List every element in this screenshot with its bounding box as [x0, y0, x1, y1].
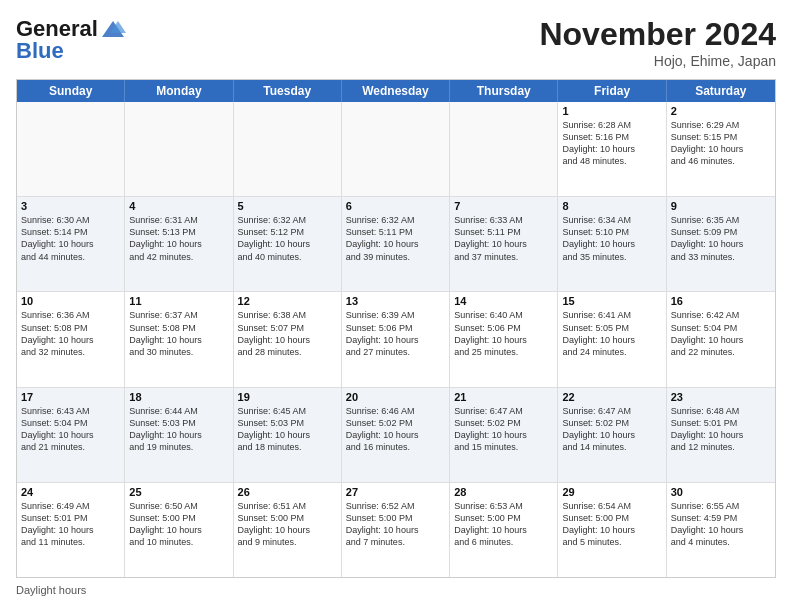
logo: General Blue — [16, 16, 126, 64]
cal-cell-day-6: 6Sunrise: 6:32 AM Sunset: 5:11 PM Daylig… — [342, 197, 450, 291]
day-number: 2 — [671, 105, 771, 117]
cal-cell-day-14: 14Sunrise: 6:40 AM Sunset: 5:06 PM Dayli… — [450, 292, 558, 386]
day-number: 3 — [21, 200, 120, 212]
title-block: November 2024 Hojo, Ehime, Japan — [539, 16, 776, 69]
day-number: 27 — [346, 486, 445, 498]
cell-sun-info: Sunrise: 6:36 AM Sunset: 5:08 PM Dayligh… — [21, 309, 120, 358]
cell-sun-info: Sunrise: 6:49 AM Sunset: 5:01 PM Dayligh… — [21, 500, 120, 549]
day-number: 20 — [346, 391, 445, 403]
cell-sun-info: Sunrise: 6:30 AM Sunset: 5:14 PM Dayligh… — [21, 214, 120, 263]
day-number: 29 — [562, 486, 661, 498]
cal-cell-day-17: 17Sunrise: 6:43 AM Sunset: 5:04 PM Dayli… — [17, 388, 125, 482]
cell-sun-info: Sunrise: 6:48 AM Sunset: 5:01 PM Dayligh… — [671, 405, 771, 454]
day-number: 26 — [238, 486, 337, 498]
cal-cell-day-26: 26Sunrise: 6:51 AM Sunset: 5:00 PM Dayli… — [234, 483, 342, 577]
day-number: 5 — [238, 200, 337, 212]
day-number: 25 — [129, 486, 228, 498]
cal-cell-day-15: 15Sunrise: 6:41 AM Sunset: 5:05 PM Dayli… — [558, 292, 666, 386]
day-number: 30 — [671, 486, 771, 498]
weekday-header-monday: Monday — [125, 80, 233, 102]
cal-cell-day-10: 10Sunrise: 6:36 AM Sunset: 5:08 PM Dayli… — [17, 292, 125, 386]
cell-sun-info: Sunrise: 6:34 AM Sunset: 5:10 PM Dayligh… — [562, 214, 661, 263]
day-number: 21 — [454, 391, 553, 403]
cal-cell-empty — [125, 102, 233, 196]
cal-cell-day-16: 16Sunrise: 6:42 AM Sunset: 5:04 PM Dayli… — [667, 292, 775, 386]
cell-sun-info: Sunrise: 6:32 AM Sunset: 5:12 PM Dayligh… — [238, 214, 337, 263]
cell-sun-info: Sunrise: 6:50 AM Sunset: 5:00 PM Dayligh… — [129, 500, 228, 549]
day-number: 22 — [562, 391, 661, 403]
cell-sun-info: Sunrise: 6:31 AM Sunset: 5:13 PM Dayligh… — [129, 214, 228, 263]
cell-sun-info: Sunrise: 6:55 AM Sunset: 4:59 PM Dayligh… — [671, 500, 771, 549]
cal-cell-empty — [450, 102, 558, 196]
day-number: 13 — [346, 295, 445, 307]
weekday-header-wednesday: Wednesday — [342, 80, 450, 102]
footer-note: Daylight hours — [16, 584, 776, 596]
cell-sun-info: Sunrise: 6:51 AM Sunset: 5:00 PM Dayligh… — [238, 500, 337, 549]
day-number: 18 — [129, 391, 228, 403]
weekday-header-tuesday: Tuesday — [234, 80, 342, 102]
cal-cell-day-2: 2Sunrise: 6:29 AM Sunset: 5:15 PM Daylig… — [667, 102, 775, 196]
daylight-label: Daylight hours — [16, 584, 86, 596]
header: General Blue November 2024 Hojo, Ehime, … — [16, 16, 776, 69]
weekday-header-saturday: Saturday — [667, 80, 775, 102]
weekday-header-thursday: Thursday — [450, 80, 558, 102]
cal-cell-day-9: 9Sunrise: 6:35 AM Sunset: 5:09 PM Daylig… — [667, 197, 775, 291]
cal-cell-day-19: 19Sunrise: 6:45 AM Sunset: 5:03 PM Dayli… — [234, 388, 342, 482]
cell-sun-info: Sunrise: 6:38 AM Sunset: 5:07 PM Dayligh… — [238, 309, 337, 358]
calendar-row-2: 3Sunrise: 6:30 AM Sunset: 5:14 PM Daylig… — [17, 197, 775, 292]
day-number: 10 — [21, 295, 120, 307]
day-number: 8 — [562, 200, 661, 212]
calendar-row-3: 10Sunrise: 6:36 AM Sunset: 5:08 PM Dayli… — [17, 292, 775, 387]
cal-cell-day-11: 11Sunrise: 6:37 AM Sunset: 5:08 PM Dayli… — [125, 292, 233, 386]
cell-sun-info: Sunrise: 6:47 AM Sunset: 5:02 PM Dayligh… — [562, 405, 661, 454]
cal-cell-day-13: 13Sunrise: 6:39 AM Sunset: 5:06 PM Dayli… — [342, 292, 450, 386]
day-number: 24 — [21, 486, 120, 498]
day-number: 6 — [346, 200, 445, 212]
day-number: 19 — [238, 391, 337, 403]
day-number: 16 — [671, 295, 771, 307]
calendar-row-1: 1Sunrise: 6:28 AM Sunset: 5:16 PM Daylig… — [17, 102, 775, 197]
weekday-header-friday: Friday — [558, 80, 666, 102]
calendar-row-5: 24Sunrise: 6:49 AM Sunset: 5:01 PM Dayli… — [17, 483, 775, 577]
day-number: 28 — [454, 486, 553, 498]
cal-cell-day-23: 23Sunrise: 6:48 AM Sunset: 5:01 PM Dayli… — [667, 388, 775, 482]
cell-sun-info: Sunrise: 6:43 AM Sunset: 5:04 PM Dayligh… — [21, 405, 120, 454]
cal-cell-day-8: 8Sunrise: 6:34 AM Sunset: 5:10 PM Daylig… — [558, 197, 666, 291]
day-number: 23 — [671, 391, 771, 403]
day-number: 12 — [238, 295, 337, 307]
cal-cell-empty — [17, 102, 125, 196]
cell-sun-info: Sunrise: 6:47 AM Sunset: 5:02 PM Dayligh… — [454, 405, 553, 454]
day-number: 1 — [562, 105, 661, 117]
cal-cell-day-22: 22Sunrise: 6:47 AM Sunset: 5:02 PM Dayli… — [558, 388, 666, 482]
cell-sun-info: Sunrise: 6:42 AM Sunset: 5:04 PM Dayligh… — [671, 309, 771, 358]
cell-sun-info: Sunrise: 6:52 AM Sunset: 5:00 PM Dayligh… — [346, 500, 445, 549]
cell-sun-info: Sunrise: 6:53 AM Sunset: 5:00 PM Dayligh… — [454, 500, 553, 549]
cell-sun-info: Sunrise: 6:35 AM Sunset: 5:09 PM Dayligh… — [671, 214, 771, 263]
page: General Blue November 2024 Hojo, Ehime, … — [0, 0, 792, 612]
cell-sun-info: Sunrise: 6:40 AM Sunset: 5:06 PM Dayligh… — [454, 309, 553, 358]
day-number: 11 — [129, 295, 228, 307]
cal-cell-day-4: 4Sunrise: 6:31 AM Sunset: 5:13 PM Daylig… — [125, 197, 233, 291]
cal-cell-day-27: 27Sunrise: 6:52 AM Sunset: 5:00 PM Dayli… — [342, 483, 450, 577]
calendar-row-4: 17Sunrise: 6:43 AM Sunset: 5:04 PM Dayli… — [17, 388, 775, 483]
calendar: SundayMondayTuesdayWednesdayThursdayFrid… — [16, 79, 776, 578]
cell-sun-info: Sunrise: 6:44 AM Sunset: 5:03 PM Dayligh… — [129, 405, 228, 454]
day-number: 14 — [454, 295, 553, 307]
cal-cell-day-18: 18Sunrise: 6:44 AM Sunset: 5:03 PM Dayli… — [125, 388, 233, 482]
cal-cell-day-12: 12Sunrise: 6:38 AM Sunset: 5:07 PM Dayli… — [234, 292, 342, 386]
logo-icon — [100, 19, 126, 41]
cal-cell-day-29: 29Sunrise: 6:54 AM Sunset: 5:00 PM Dayli… — [558, 483, 666, 577]
cal-cell-day-30: 30Sunrise: 6:55 AM Sunset: 4:59 PM Dayli… — [667, 483, 775, 577]
day-number: 7 — [454, 200, 553, 212]
cell-sun-info: Sunrise: 6:45 AM Sunset: 5:03 PM Dayligh… — [238, 405, 337, 454]
calendar-header: SundayMondayTuesdayWednesdayThursdayFrid… — [17, 80, 775, 102]
cal-cell-day-1: 1Sunrise: 6:28 AM Sunset: 5:16 PM Daylig… — [558, 102, 666, 196]
cell-sun-info: Sunrise: 6:46 AM Sunset: 5:02 PM Dayligh… — [346, 405, 445, 454]
cell-sun-info: Sunrise: 6:54 AM Sunset: 5:00 PM Dayligh… — [562, 500, 661, 549]
month-title: November 2024 — [539, 16, 776, 53]
cal-cell-day-7: 7Sunrise: 6:33 AM Sunset: 5:11 PM Daylig… — [450, 197, 558, 291]
cell-sun-info: Sunrise: 6:41 AM Sunset: 5:05 PM Dayligh… — [562, 309, 661, 358]
cal-cell-day-3: 3Sunrise: 6:30 AM Sunset: 5:14 PM Daylig… — [17, 197, 125, 291]
calendar-body: 1Sunrise: 6:28 AM Sunset: 5:16 PM Daylig… — [17, 102, 775, 577]
cell-sun-info: Sunrise: 6:32 AM Sunset: 5:11 PM Dayligh… — [346, 214, 445, 263]
